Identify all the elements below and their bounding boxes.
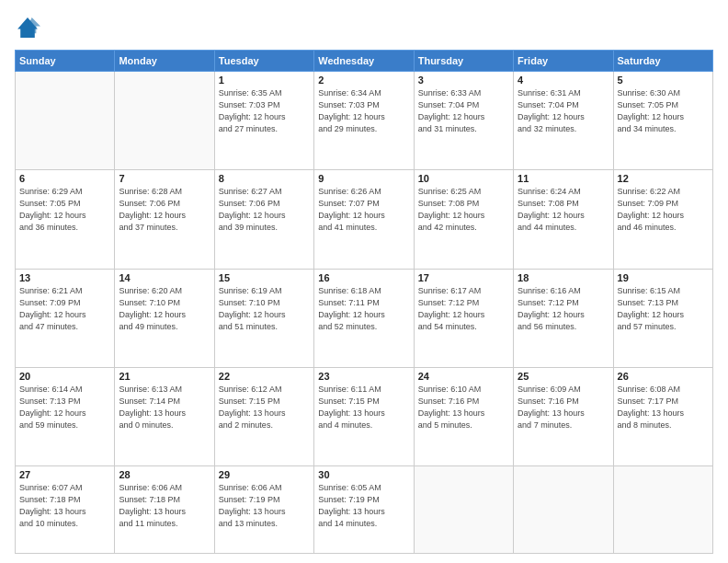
weekday-header-sunday: Sunday: [16, 51, 115, 72]
day-detail: Sunrise: 6:33 AMSunset: 7:04 PMDaylight:…: [418, 87, 509, 135]
calendar-cell: 18Sunrise: 6:16 AMSunset: 7:12 PMDayligh…: [514, 269, 613, 367]
day-number: 26: [618, 371, 709, 382]
day-detail: Sunrise: 6:11 AMSunset: 7:15 PMDaylight:…: [318, 384, 409, 431]
logo: [15, 15, 44, 40]
day-number: 28: [119, 469, 210, 480]
day-number: 15: [219, 272, 310, 283]
day-detail: Sunrise: 6:18 AMSunset: 7:11 PMDaylight:…: [318, 285, 409, 333]
day-number: 11: [518, 173, 609, 184]
calendar-cell: 25Sunrise: 6:09 AMSunset: 7:16 PMDayligh…: [514, 367, 613, 465]
day-detail: Sunrise: 6:08 AMSunset: 7:17 PMDaylight:…: [618, 384, 709, 431]
calendar-cell: 29Sunrise: 6:06 AMSunset: 7:19 PMDayligh…: [214, 466, 313, 554]
calendar-table: SundayMondayTuesdayWednesdayThursdayFrid…: [15, 50, 713, 554]
day-detail: Sunrise: 6:24 AMSunset: 7:08 PMDaylight:…: [518, 186, 609, 234]
day-detail: Sunrise: 6:34 AMSunset: 7:03 PMDaylight:…: [318, 87, 409, 135]
calendar-cell: 15Sunrise: 6:19 AMSunset: 7:10 PMDayligh…: [214, 269, 313, 367]
weekday-header-friday: Friday: [514, 51, 613, 72]
day-number: 1: [219, 75, 310, 86]
calendar-week-4: 20Sunrise: 6:14 AMSunset: 7:13 PMDayligh…: [16, 367, 713, 465]
day-number: 18: [518, 272, 609, 283]
day-detail: Sunrise: 6:06 AMSunset: 7:18 PMDaylight:…: [119, 482, 210, 530]
day-number: 19: [618, 272, 709, 283]
day-detail: Sunrise: 6:06 AMSunset: 7:19 PMDaylight:…: [219, 482, 310, 530]
day-detail: Sunrise: 6:35 AMSunset: 7:03 PMDaylight:…: [219, 87, 310, 135]
calendar-cell: 13Sunrise: 6:21 AMSunset: 7:09 PMDayligh…: [16, 269, 115, 367]
calendar-week-5: 27Sunrise: 6:07 AMSunset: 7:18 PMDayligh…: [16, 466, 713, 554]
day-number: 2: [318, 75, 409, 86]
day-detail: Sunrise: 6:10 AMSunset: 7:16 PMDaylight:…: [418, 384, 509, 431]
calendar-cell: 7Sunrise: 6:28 AMSunset: 7:06 PMDaylight…: [115, 170, 214, 269]
calendar-cell: [115, 72, 214, 170]
day-detail: Sunrise: 6:28 AMSunset: 7:06 PMDaylight:…: [119, 186, 210, 234]
day-detail: Sunrise: 6:22 AMSunset: 7:09 PMDaylight:…: [618, 186, 709, 234]
weekday-header-tuesday: Tuesday: [214, 51, 313, 72]
day-detail: Sunrise: 6:31 AMSunset: 7:04 PMDaylight:…: [518, 87, 609, 135]
calendar-cell: 6Sunrise: 6:29 AMSunset: 7:05 PMDaylight…: [16, 170, 115, 269]
calendar-cell: 3Sunrise: 6:33 AMSunset: 7:04 PMDaylight…: [414, 72, 513, 170]
weekday-header-thursday: Thursday: [414, 51, 513, 72]
calendar-cell: [16, 72, 115, 170]
day-detail: Sunrise: 6:16 AMSunset: 7:12 PMDaylight:…: [518, 285, 609, 333]
day-detail: Sunrise: 6:12 AMSunset: 7:15 PMDaylight:…: [219, 384, 310, 431]
calendar-cell: 28Sunrise: 6:06 AMSunset: 7:18 PMDayligh…: [115, 466, 214, 554]
day-number: 14: [119, 272, 210, 283]
day-number: 25: [518, 371, 609, 382]
day-number: 20: [19, 371, 110, 382]
logo-icon: [15, 15, 40, 40]
day-number: 16: [318, 272, 409, 283]
day-number: 12: [618, 173, 709, 184]
calendar-cell: 8Sunrise: 6:27 AMSunset: 7:06 PMDaylight…: [214, 170, 313, 269]
day-detail: Sunrise: 6:30 AMSunset: 7:05 PMDaylight:…: [618, 87, 709, 135]
day-number: 10: [418, 173, 509, 184]
day-number: 8: [219, 173, 310, 184]
calendar-cell: 1Sunrise: 6:35 AMSunset: 7:03 PMDaylight…: [214, 72, 313, 170]
calendar-cell: 9Sunrise: 6:26 AMSunset: 7:07 PMDaylight…: [314, 170, 414, 269]
day-number: 29: [219, 469, 310, 480]
day-number: 30: [318, 469, 409, 480]
day-number: 21: [119, 371, 210, 382]
calendar-cell: [613, 466, 712, 554]
day-number: 24: [418, 371, 509, 382]
day-detail: Sunrise: 6:07 AMSunset: 7:18 PMDaylight:…: [19, 482, 110, 530]
weekday-header-wednesday: Wednesday: [314, 51, 414, 72]
calendar-cell: 10Sunrise: 6:25 AMSunset: 7:08 PMDayligh…: [414, 170, 513, 269]
calendar-cell: 16Sunrise: 6:18 AMSunset: 7:11 PMDayligh…: [314, 269, 414, 367]
header: [15, 15, 713, 40]
calendar-cell: 21Sunrise: 6:13 AMSunset: 7:14 PMDayligh…: [115, 367, 214, 465]
calendar-cell: 4Sunrise: 6:31 AMSunset: 7:04 PMDaylight…: [514, 72, 613, 170]
day-number: 5: [618, 75, 709, 86]
day-number: 23: [318, 371, 409, 382]
calendar-week-1: 1Sunrise: 6:35 AMSunset: 7:03 PMDaylight…: [16, 72, 713, 170]
calendar-cell: 20Sunrise: 6:14 AMSunset: 7:13 PMDayligh…: [16, 367, 115, 465]
day-detail: Sunrise: 6:25 AMSunset: 7:08 PMDaylight:…: [418, 186, 509, 234]
day-number: 27: [19, 469, 110, 480]
page: SundayMondayTuesdayWednesdayThursdayFrid…: [0, 0, 728, 563]
day-number: 7: [119, 173, 210, 184]
day-number: 3: [418, 75, 509, 86]
calendar-cell: 30Sunrise: 6:05 AMSunset: 7:19 PMDayligh…: [314, 466, 414, 554]
calendar-cell: [514, 466, 613, 554]
day-number: 22: [219, 371, 310, 382]
weekday-header-monday: Monday: [115, 51, 214, 72]
calendar-cell: 14Sunrise: 6:20 AMSunset: 7:10 PMDayligh…: [115, 269, 214, 367]
calendar-cell: 5Sunrise: 6:30 AMSunset: 7:05 PMDaylight…: [613, 72, 712, 170]
calendar-cell: 11Sunrise: 6:24 AMSunset: 7:08 PMDayligh…: [514, 170, 613, 269]
calendar-cell: 19Sunrise: 6:15 AMSunset: 7:13 PMDayligh…: [613, 269, 712, 367]
day-detail: Sunrise: 6:20 AMSunset: 7:10 PMDaylight:…: [119, 285, 210, 333]
day-detail: Sunrise: 6:05 AMSunset: 7:19 PMDaylight:…: [318, 482, 409, 530]
calendar-week-2: 6Sunrise: 6:29 AMSunset: 7:05 PMDaylight…: [16, 170, 713, 269]
calendar-week-3: 13Sunrise: 6:21 AMSunset: 7:09 PMDayligh…: [16, 269, 713, 367]
day-detail: Sunrise: 6:27 AMSunset: 7:06 PMDaylight:…: [219, 186, 310, 234]
day-detail: Sunrise: 6:15 AMSunset: 7:13 PMDaylight:…: [618, 285, 709, 333]
weekday-header-saturday: Saturday: [613, 51, 712, 72]
calendar-body: 1Sunrise: 6:35 AMSunset: 7:03 PMDaylight…: [16, 72, 713, 554]
day-number: 17: [418, 272, 509, 283]
day-detail: Sunrise: 6:29 AMSunset: 7:05 PMDaylight:…: [19, 186, 110, 234]
weekday-header-row: SundayMondayTuesdayWednesdayThursdayFrid…: [16, 51, 713, 72]
day-detail: Sunrise: 6:17 AMSunset: 7:12 PMDaylight:…: [418, 285, 509, 333]
calendar-cell: [414, 466, 513, 554]
day-number: 9: [318, 173, 409, 184]
day-number: 6: [19, 173, 110, 184]
calendar-cell: 26Sunrise: 6:08 AMSunset: 7:17 PMDayligh…: [613, 367, 712, 465]
calendar-cell: 23Sunrise: 6:11 AMSunset: 7:15 PMDayligh…: [314, 367, 414, 465]
